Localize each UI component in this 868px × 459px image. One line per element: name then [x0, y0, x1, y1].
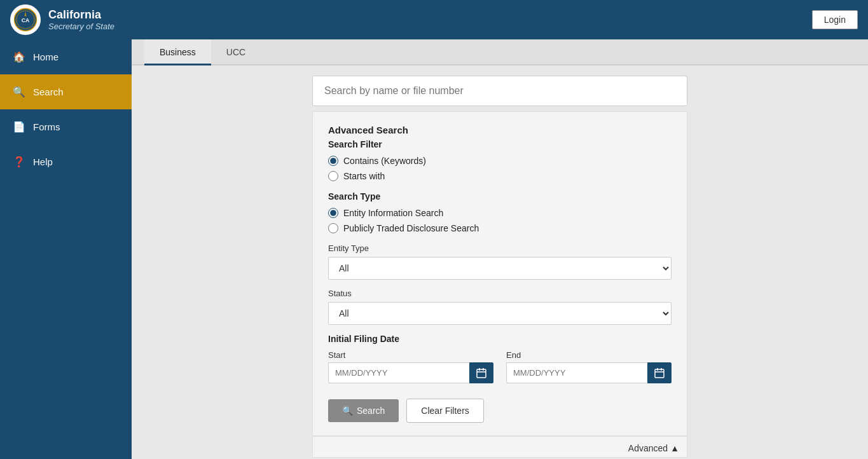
tab-ucc[interactable]: UCC: [211, 39, 261, 65]
date-row: Start: [328, 350, 672, 383]
content-area: Advanced Search Search Filter Contains (…: [132, 65, 868, 459]
home-icon: 🏠: [13, 51, 25, 63]
svg-rect-8: [657, 368, 658, 371]
type-entity-info-radio[interactable]: [328, 208, 338, 218]
status-label: Status: [328, 289, 672, 298]
sidebar-item-help[interactable]: ❓ Help: [0, 144, 132, 179]
type-entity-info-option[interactable]: Entity Information Search: [328, 208, 672, 218]
filter-section-label: Search Filter: [328, 139, 672, 149]
search-input-container: [312, 76, 687, 106]
svg-rect-3: [477, 369, 486, 378]
header: CA California Secretary of State Login: [0, 0, 868, 39]
calendar-icon: [654, 368, 665, 378]
org-name: California: [48, 8, 114, 22]
type-publicly-traded-option[interactable]: Publicly Traded Disclosure Search: [328, 223, 672, 233]
entity-type-label: Entity Type: [328, 243, 672, 253]
advanced-panel: Advanced Search Search Filter Contains (…: [312, 111, 687, 436]
filter-contains-label: Contains (Keywords): [343, 156, 426, 166]
start-date-calendar-button[interactable]: [469, 362, 493, 383]
end-label: End: [506, 350, 672, 360]
initial-filing-date-label: Initial Filing Date: [328, 334, 672, 344]
search-btn-icon: 🔍: [342, 406, 353, 416]
svg-rect-9: [661, 368, 662, 371]
filter-contains-radio[interactable]: [328, 156, 338, 166]
login-button[interactable]: Login: [812, 10, 858, 29]
sidebar-item-home-label: Home: [33, 51, 59, 62]
org-sub: Secretary of State: [48, 22, 114, 31]
logo: CA: [10, 4, 41, 35]
sidebar-item-search-label: Search: [33, 86, 64, 97]
sidebar-item-forms-label: Forms: [33, 121, 60, 132]
svg-rect-4: [479, 368, 480, 371]
search-main-input[interactable]: [312, 76, 687, 106]
svg-rect-5: [483, 368, 484, 371]
header-title: California Secretary of State: [48, 8, 114, 31]
filter-radio-group: Contains (Keywords) Starts with: [328, 156, 672, 181]
start-date-wrapper: [328, 362, 493, 383]
end-date-group: End: [506, 350, 672, 383]
start-date-group: Start: [328, 350, 493, 383]
filter-starts-with-option[interactable]: Starts with: [328, 171, 672, 181]
type-section-label: Search Type: [328, 191, 672, 202]
calendar-icon: [476, 368, 486, 378]
entity-type-select[interactable]: All Corporation LLC Partnership Non-Prof…: [328, 257, 672, 280]
advanced-toggle-label: Advanced ▲: [628, 443, 679, 453]
sidebar: 🏠 Home 🔍 Search 📄 Forms ❓ Help: [0, 39, 132, 459]
search-btn-label: Search: [357, 406, 385, 416]
svg-text:CA: CA: [22, 17, 30, 24]
sidebar-item-home[interactable]: 🏠 Home: [0, 39, 132, 74]
filter-contains-option[interactable]: Contains (Keywords): [328, 156, 672, 166]
search-panel: Advanced Search Search Filter Contains (…: [312, 76, 687, 449]
filter-starts-with-radio[interactable]: [328, 171, 338, 181]
tab-business[interactable]: Business: [144, 39, 211, 65]
help-icon: ❓: [13, 156, 25, 168]
button-row: 🔍 Search Clear Filters: [328, 399, 672, 423]
start-label: Start: [328, 350, 493, 360]
start-date-input[interactable]: [328, 362, 469, 383]
end-date-input[interactable]: [506, 362, 647, 383]
sidebar-item-help-label: Help: [33, 156, 53, 167]
type-radio-group: Entity Information Search Publicly Trade…: [328, 208, 672, 233]
clear-filters-button[interactable]: Clear Filters: [406, 399, 483, 423]
advanced-search-title: Advanced Search: [328, 125, 672, 135]
advanced-toggle[interactable]: Advanced ▲: [312, 436, 687, 458]
type-entity-info-label: Entity Information Search: [343, 208, 443, 218]
main-content: Business UCC Advanced Search Search Filt…: [132, 39, 868, 459]
type-publicly-traded-radio[interactable]: [328, 223, 338, 233]
tab-bar: Business UCC: [132, 39, 868, 65]
status-select[interactable]: All Active Inactive Suspended Dissolved: [328, 302, 672, 325]
svg-rect-7: [655, 369, 664, 378]
sidebar-item-search[interactable]: 🔍 Search: [0, 74, 132, 109]
search-icon: 🔍: [13, 86, 25, 98]
filter-starts-with-label: Starts with: [343, 171, 385, 181]
type-publicly-traded-label: Publicly Traded Disclosure Search: [343, 223, 479, 233]
search-button[interactable]: 🔍 Search: [328, 399, 399, 422]
end-date-calendar-button[interactable]: [647, 362, 672, 383]
end-date-wrapper: [506, 362, 672, 383]
forms-icon: 📄: [13, 121, 25, 133]
sidebar-item-forms[interactable]: 📄 Forms: [0, 109, 132, 144]
